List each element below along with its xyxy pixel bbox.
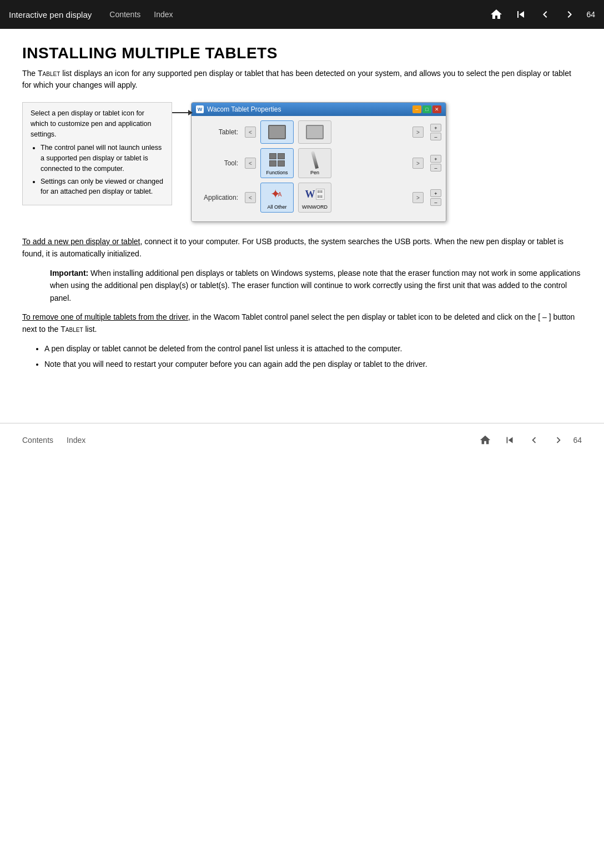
important-block: Important: When installing additional pe… <box>22 267 582 304</box>
dialog-close-button[interactable]: ✕ <box>432 105 441 113</box>
intro-text-tablet: The Tablet list displays an icon for any… <box>22 69 571 89</box>
pen-label: Pen <box>310 170 319 175</box>
top-bar-right: 64 <box>486 4 595 24</box>
contents-link[interactable]: Contents <box>109 10 140 19</box>
dialog-maximize-button[interactable]: □ <box>422 105 431 113</box>
wacom-dialog-container: W Wacom Tablet Properties – □ ✕ Tablet: … <box>191 102 582 222</box>
intro-paragraph: The Tablet list displays an icon for any… <box>22 68 582 91</box>
first-page-icon[interactable] <box>511 4 531 24</box>
winword-icon: W ≡≡≡≡ <box>306 185 324 203</box>
functions-icon <box>268 151 286 169</box>
dialog-app-icon: W <box>196 105 204 113</box>
tablet-label: Tablet: <box>196 128 240 136</box>
tablet-icon-2[interactable] <box>298 120 331 144</box>
tablet-side-buttons: + – <box>430 124 441 140</box>
tablet-icon-2-img <box>306 123 324 141</box>
functions-label: Functions <box>266 170 288 175</box>
tablet-selected-icon <box>268 123 286 141</box>
app-next-button[interactable]: > <box>412 192 424 203</box>
home-icon[interactable] <box>486 4 506 24</box>
tablet-prev-button[interactable]: < <box>245 127 256 138</box>
bottom-bullet-1: A pen display or tablet cannot be delete… <box>44 342 582 355</box>
dialog-minimize-button[interactable]: – <box>412 105 421 113</box>
tablet-icons-area <box>260 120 408 144</box>
tool-next-button[interactable]: > <box>412 158 424 169</box>
tool-label: Tool: <box>196 159 240 167</box>
dialog-title-group: W Wacom Tablet Properties <box>196 105 281 113</box>
dialog-body: Tablet: < <box>192 116 446 221</box>
tool-remove-button[interactable]: – <box>430 164 441 171</box>
callout-text: Select a pen display or tablet icon for … <box>31 109 152 138</box>
app-icons-area: ✦ A All Other W <box>260 183 408 213</box>
page-title: INSTALLING MULTIPLE TABLETS <box>22 44 582 62</box>
prev-page-icon[interactable] <box>535 4 555 24</box>
app-remove-button[interactable]: – <box>430 198 441 206</box>
tool-add-button[interactable]: + <box>430 155 441 163</box>
callout-box: Select a pen display or tablet icon for … <box>22 102 172 205</box>
wacom-dialog: W Wacom Tablet Properties – □ ✕ Tablet: … <box>191 102 446 222</box>
pen-icon-item[interactable]: Pen <box>298 148 331 178</box>
dialog-application-row: Application: < ✦ A <box>196 183 441 213</box>
dialog-title-text: Wacom Tablet Properties <box>207 105 281 113</box>
tool-icons-area: Functions Pen <box>260 148 408 178</box>
app-side-buttons: + – <box>430 189 441 206</box>
callout-bullet-1: The control panel will not launch unless… <box>41 143 164 174</box>
remove-tablet-link[interactable]: To remove one of multiple tablets from t… <box>22 312 188 321</box>
all-other-label: All Other <box>267 204 286 210</box>
functions-icon-item[interactable]: Functions <box>260 148 294 178</box>
app-add-button[interactable]: + <box>430 189 441 197</box>
dialog-titlebar: W Wacom Tablet Properties – □ ✕ <box>192 103 446 116</box>
bottom-contents-link[interactable]: Contents <box>22 436 53 445</box>
content-block: Select a pen display or tablet icon for … <box>22 102 582 222</box>
top-bar-nav-links: Contents Index <box>109 10 173 19</box>
bottom-index-link[interactable]: Index <box>67 436 85 445</box>
all-other-icon: ✦ A <box>268 185 286 203</box>
bottom-home-icon[interactable] <box>475 430 495 450</box>
bottom-bar-right: 64 <box>475 430 582 450</box>
all-other-icon-item[interactable]: ✦ A All Other <box>260 183 294 213</box>
application-label: Application: <box>196 194 240 201</box>
remove-tablet-paragraph: To remove one of multiple tablets from t… <box>22 311 582 336</box>
bottom-bullet-list: A pen display or tablet cannot be delete… <box>22 342 582 371</box>
top-navigation-bar: Interactive pen display Contents Index 6… <box>0 0 604 29</box>
callout-arrow-head <box>188 110 193 115</box>
bottom-next-page-icon[interactable] <box>548 430 568 450</box>
page-number-bottom: 64 <box>573 436 582 445</box>
callout-bullet-2: Settings can only be viewed or changed f… <box>41 176 164 198</box>
next-page-icon[interactable] <box>560 4 580 24</box>
tablet-add-button[interactable]: + <box>430 124 441 132</box>
main-content: INSTALLING MULTIPLE TABLETS The Tablet l… <box>0 29 604 401</box>
tablet-icon-selected[interactable] <box>260 120 294 144</box>
callout-arrow <box>172 112 192 113</box>
bottom-bullet-2: Note that you will need to restart your … <box>44 358 582 370</box>
dialog-window-controls: – □ ✕ <box>412 105 441 113</box>
app-title: Interactive pen display <box>9 10 92 19</box>
callout-bullet-list: The control panel will not launch unless… <box>31 143 164 197</box>
app-prev-button[interactable]: < <box>245 192 256 203</box>
bottom-bar-nav-links: Contents Index <box>22 436 85 445</box>
tablet-remove-button[interactable]: – <box>430 133 441 140</box>
add-tablet-paragraph: To add a new pen display or tablet, conn… <box>22 235 582 260</box>
bottom-navigation-bar: Contents Index 64 <box>0 423 604 457</box>
index-link[interactable]: Index <box>154 10 173 19</box>
add-tablet-link[interactable]: To add a new pen display or tablet <box>22 237 140 246</box>
bottom-first-page-icon[interactable] <box>500 430 520 450</box>
winword-icon-item[interactable]: W ≡≡≡≡ WINWORD <box>298 183 331 213</box>
pen-icon <box>306 151 324 169</box>
tool-side-buttons: + – <box>430 155 441 171</box>
bottom-prev-page-icon[interactable] <box>524 430 544 450</box>
dialog-tool-row: Tool: < <box>196 148 441 178</box>
page-number-top: 64 <box>586 10 595 19</box>
important-label: Important: When installing additional pe… <box>50 269 581 302</box>
top-bar-left: Interactive pen display Contents Index <box>9 10 173 19</box>
tool-prev-button[interactable]: < <box>245 158 256 169</box>
dialog-tablet-row: Tablet: < <box>196 120 441 144</box>
tablet-next-button[interactable]: > <box>412 127 424 138</box>
winword-label: WINWORD <box>302 204 328 210</box>
